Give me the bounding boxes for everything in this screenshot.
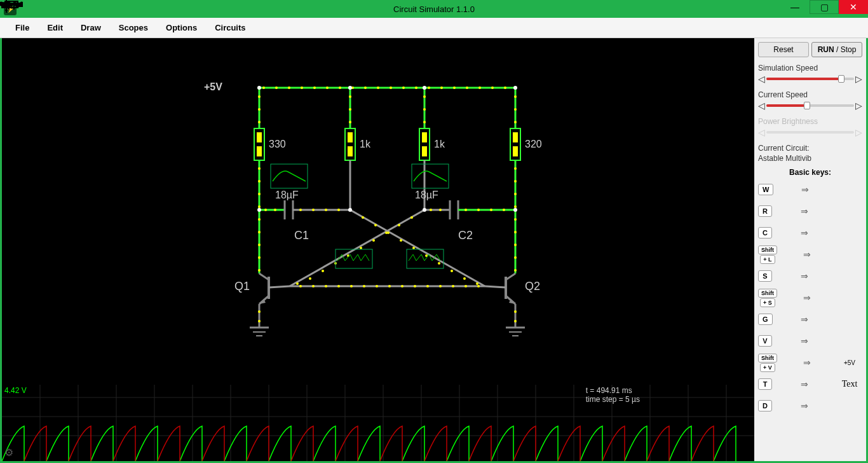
slider-track xyxy=(766,131,854,134)
stop-label: Stop xyxy=(841,45,857,54)
menu-options[interactable]: Options xyxy=(157,19,206,36)
svg-point-127 xyxy=(514,231,517,233)
slider-left-icon[interactable]: ◁ xyxy=(758,74,765,84)
r4-value: 320 xyxy=(525,139,542,150)
text-icon: Text xyxy=(837,379,862,389)
minimize-button[interactable]: — xyxy=(780,0,810,14)
menu-file[interactable]: File xyxy=(6,19,38,36)
q1-label: Q1 xyxy=(234,280,250,293)
svg-point-111 xyxy=(388,285,391,287)
c2-label: C2 xyxy=(458,229,473,242)
slider-left-icon[interactable]: ◁ xyxy=(758,100,765,111)
svg-point-54 xyxy=(258,180,261,183)
arrow-icon: ⇒ xyxy=(803,249,811,259)
svg-point-77 xyxy=(465,209,467,211)
close-button[interactable]: ✕ xyxy=(839,0,868,14)
slider-track[interactable] xyxy=(766,104,854,107)
svg-point-110 xyxy=(376,285,378,287)
svg-point-26 xyxy=(258,108,261,111)
svg-point-94 xyxy=(398,224,400,226)
svg-point-95 xyxy=(385,232,388,234)
scope-waveform xyxy=(2,385,754,461)
svg-point-65 xyxy=(264,209,267,211)
svg-point-158 xyxy=(348,86,352,90)
svg-point-101 xyxy=(309,277,311,280)
svg-point-25 xyxy=(258,95,261,98)
svg-point-163 xyxy=(423,208,426,212)
r2-value: 1k xyxy=(360,139,370,150)
current-speed-slider[interactable]: ◁ ▷ xyxy=(758,100,862,111)
svg-point-68 xyxy=(312,209,315,211)
svg-point-100 xyxy=(322,270,324,272)
svg-point-28 xyxy=(349,95,351,98)
svg-line-140 xyxy=(485,286,506,287)
maximize-button[interactable]: ▢ xyxy=(810,0,839,14)
power-brightness-label: Power Brightness xyxy=(758,117,862,126)
svg-point-108 xyxy=(350,285,353,287)
svg-point-115 xyxy=(439,285,442,287)
svg-point-11 xyxy=(390,86,392,89)
svg-rect-44 xyxy=(422,132,427,142)
menubar: File Edit Draw Scopes Options Circuits xyxy=(0,18,868,38)
c1-label: C1 xyxy=(294,229,309,242)
svg-point-160 xyxy=(513,86,517,90)
run-stop-button[interactable]: RUN / Stop xyxy=(811,42,862,57)
menu-edit[interactable]: Edit xyxy=(38,19,72,36)
svg-point-58 xyxy=(514,180,517,183)
svg-rect-39 xyxy=(257,146,262,156)
svg-point-53 xyxy=(258,167,261,170)
slider-right-icon[interactable]: ▷ xyxy=(855,100,862,111)
svg-point-36 xyxy=(514,121,517,123)
scope-area: 4.42 V t = 494.91 ms time step = 5 µs ⚙ xyxy=(2,385,754,461)
svg-line-132 xyxy=(259,273,269,280)
svg-point-17 xyxy=(466,86,468,89)
svg-point-13 xyxy=(415,86,417,89)
svg-point-35 xyxy=(514,108,517,111)
svg-point-57 xyxy=(514,167,517,170)
svg-point-79 xyxy=(490,209,492,211)
svg-point-145 xyxy=(514,310,517,313)
svg-point-75 xyxy=(430,209,432,211)
svg-point-112 xyxy=(401,285,403,287)
svg-point-84 xyxy=(374,224,377,226)
svg-point-30 xyxy=(349,121,351,123)
key-w-badge: W xyxy=(758,184,773,195)
svg-point-12 xyxy=(402,86,405,89)
svg-rect-42 xyxy=(348,146,353,156)
svg-rect-41 xyxy=(348,132,353,142)
arrow-icon: ⇒ xyxy=(801,228,808,238)
current-circuit-name: Astable Multivib xyxy=(758,154,862,163)
svg-point-121 xyxy=(258,218,261,221)
arrow-icon: ⇒ xyxy=(801,314,808,324)
slider-right-icon[interactable]: ▷ xyxy=(855,74,862,84)
svg-point-7 xyxy=(339,86,341,89)
svg-point-3 xyxy=(288,86,290,89)
svg-point-109 xyxy=(363,285,365,287)
menu-draw[interactable]: Draw xyxy=(72,19,110,36)
gear-icon[interactable]: ⚙ xyxy=(4,446,13,459)
svg-point-113 xyxy=(414,285,416,287)
window-title: Circuit Simulator 1.1.0 xyxy=(393,4,475,14)
scope-timestep: time step = 5 µs xyxy=(586,395,640,404)
arrow-icon: ⇒ xyxy=(801,379,808,389)
key-d-badge: D xyxy=(758,400,772,411)
c1-value: 18µF xyxy=(275,190,299,201)
svg-point-86 xyxy=(400,239,402,242)
menu-circuits[interactable]: Circuits xyxy=(206,19,254,36)
key-text: T ⇒ Text xyxy=(758,375,862,393)
reset-button[interactable]: Reset xyxy=(758,42,809,57)
svg-point-118 xyxy=(477,285,480,287)
svg-point-105 xyxy=(312,285,315,287)
sim-speed-slider[interactable]: ◁ ▷ xyxy=(758,74,862,84)
svg-point-93 xyxy=(410,216,413,219)
svg-point-124 xyxy=(258,256,261,259)
menu-scopes[interactable]: Scopes xyxy=(110,19,157,36)
svg-point-80 xyxy=(503,209,505,211)
voltage-label: +5V xyxy=(204,81,222,93)
svg-point-106 xyxy=(325,285,327,287)
circuit-canvas[interactable]: +5V 330 1k 1k 320 18µF 18µF C1 C2 Q1 Q2 … xyxy=(2,38,754,461)
svg-rect-48 xyxy=(513,146,518,156)
svg-point-162 xyxy=(348,208,352,212)
slider-track[interactable] xyxy=(766,78,854,80)
svg-point-116 xyxy=(452,285,454,287)
